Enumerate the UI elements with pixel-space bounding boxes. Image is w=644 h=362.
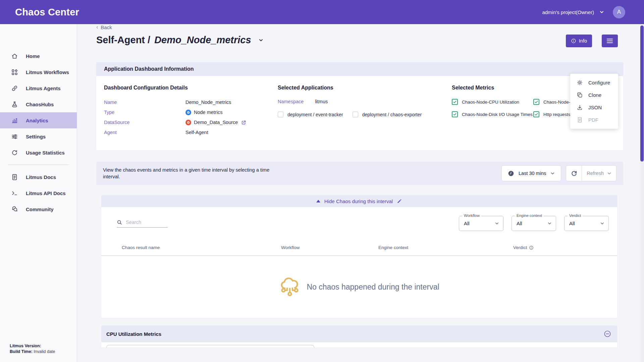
sidebar-item-litmus-api-docs[interactable]: Litmus API Docs <box>0 185 77 201</box>
file-icon <box>577 117 583 123</box>
empty-state: No chaos happened during the interval <box>101 256 617 318</box>
config-row-name: Name Demo_Node_metrics <box>104 99 278 106</box>
refresh-button[interactable] <box>566 166 582 181</box>
sidebar-item-settings[interactable]: Settings <box>0 128 77 144</box>
column-engine-context: Engine context <box>378 245 513 250</box>
dashboard-info-body: Dashboard Configuration Details Name Dem… <box>96 76 623 150</box>
hide-chaos-toggle[interactable]: Hide Chaos during this interval <box>101 195 617 207</box>
refresh-label: Refresh <box>587 171 604 176</box>
project-label: admin's project(Owner) <box>542 9 594 15</box>
metric-checkbox-cpu-utilization[interactable]: Chaos-Node-CPU Utilization <box>452 99 533 105</box>
menu-item-label: JSON <box>588 105 602 110</box>
time-interval-bar: View the chaos events and metrics in a g… <box>96 162 623 185</box>
avatar[interactable]: A <box>613 6 625 18</box>
collapse-minus-icon[interactable] <box>604 330 611 338</box>
checkbox-label: Chaos-Node-Disk I/O Usage Times <box>462 112 533 117</box>
sidebar-item-label: Litmus Workflows <box>26 69 69 75</box>
version-label: Litmus Version: <box>10 344 41 348</box>
document-icon <box>11 174 18 181</box>
sidebar-item-usage-statistics[interactable]: Usage Statistics <box>0 144 77 161</box>
sidebar-item-label: Analytics <box>26 118 48 123</box>
cpu-metrics-header: CPU Utilization Metrics <box>101 325 617 342</box>
dashboard-info-header: Application Dashboard Information <box>96 62 623 76</box>
sidebar-item-community[interactable]: Community <box>0 201 77 217</box>
build-label: Build Time: <box>10 349 33 354</box>
title-dropdown-chevron-icon[interactable] <box>258 37 264 43</box>
sidebar-item-chaoshubs[interactable]: ChaosHubs <box>0 96 77 112</box>
sidebar: Home Litmus Workflows Litmus Agents Chao… <box>0 24 77 362</box>
sidebar-item-label: Community <box>26 206 54 212</box>
select-value: All <box>464 221 470 226</box>
menu-item-pdf[interactable]: PDF <box>570 114 618 126</box>
workflow-filter-select[interactable]: Workflow All <box>459 216 503 231</box>
dashboard-info-panel: Application Dashboard Information Dashbo… <box>96 62 623 150</box>
verdict-filter-select[interactable]: Verdict All <box>564 216 609 231</box>
sidebar-item-litmus-agents[interactable]: Litmus Agents <box>0 80 77 96</box>
interval-controls: Last 30 mins Refresh <box>501 165 616 181</box>
sidebar-item-litmus-workflows[interactable]: Litmus Workflows <box>0 64 77 80</box>
config-row-datasource: DataSource Demo_Data_Source <box>104 119 278 126</box>
edit-pencil-icon[interactable] <box>397 198 402 204</box>
search-input[interactable] <box>126 220 165 225</box>
chevron-down-icon <box>600 221 604 226</box>
checkbox-checked-icon <box>452 99 458 105</box>
info-icon <box>571 38 576 44</box>
column-verdict-label: Verdict <box>513 245 527 250</box>
refresh-group: Refresh <box>566 165 616 181</box>
info-button[interactable]: Info <box>566 35 592 47</box>
app-checkbox-event-tracker[interactable]: deployment / event-tracker <box>278 112 343 117</box>
time-range-select[interactable]: Last 30 mins <box>501 165 561 181</box>
metric-checkbox-disk-io-times[interactable]: Chaos-Node-Disk I/O Usage Times <box>452 111 533 117</box>
info-circle-icon[interactable] <box>529 245 534 250</box>
empty-message: No chaos happened during the interval <box>307 283 439 292</box>
download-icon <box>577 104 583 111</box>
select-label: Workflow <box>462 214 481 218</box>
triangle-up-icon <box>316 200 320 202</box>
flask-icon <box>11 101 18 108</box>
cpu-metrics-title: CPU Utilization Metrics <box>106 331 161 337</box>
config-label: Name <box>104 100 185 105</box>
sidebar-item-home[interactable]: Home <box>0 48 77 64</box>
config-value: Self-Agent <box>185 130 208 135</box>
namespace-label: Namespace <box>278 99 304 104</box>
config-row-type: Type Node metrics <box>104 109 278 116</box>
refresh-icon <box>571 170 578 177</box>
selected-applications: Selected Applications Namespace litmus d… <box>278 85 452 139</box>
hide-chaos-label: Hide Chaos during this interval <box>324 198 393 204</box>
app-checkbox-chaos-exporter[interactable]: deployment / chaos-exporter <box>353 112 422 117</box>
select-value: All <box>569 221 575 226</box>
select-label: Verdict <box>568 214 583 218</box>
configuration-details-title: Dashboard Configuration Details <box>104 85 278 91</box>
back-button[interactable]: ‹ Back <box>96 24 112 30</box>
sidebar-item-litmus-docs[interactable]: Litmus Docs <box>0 169 77 185</box>
configuration-details: Dashboard Configuration Details Name Dem… <box>104 85 278 139</box>
table-header-row: Chaos result name Workflow Engine contex… <box>101 236 617 255</box>
page-title: Self-Agent / Demo_Node_metrics <box>96 35 264 46</box>
app-header: Chaos Center admin's project(Owner) A <box>0 0 644 24</box>
menu-item-json[interactable]: JSON <box>570 101 618 114</box>
prometheus-icon <box>185 120 191 125</box>
sidebar-item-label: ChaosHubs <box>26 102 54 107</box>
page-scrollbar[interactable] <box>640 24 644 362</box>
sidebar-item-label: Home <box>26 53 40 59</box>
dashboard-name: Demo_Node_metrics <box>154 35 251 46</box>
cloud-network-icon <box>279 276 301 298</box>
build-value: Invalid date <box>34 349 55 354</box>
checkbox-checked-icon <box>533 99 539 105</box>
dashboard-actions-menu: Configure Clone JSON PDF <box>570 74 618 129</box>
scrollbar-thumb[interactable] <box>640 25 644 162</box>
refresh-rate-select[interactable]: Refresh <box>582 171 616 176</box>
menu-item-clone[interactable]: Clone <box>570 89 618 101</box>
engine-context-filter-select[interactable]: Engine context All <box>512 216 556 231</box>
dashboard-menu-button[interactable] <box>602 35 618 47</box>
config-label: DataSource <box>104 120 185 125</box>
selected-applications-title: Selected Applications <box>278 85 452 91</box>
sidebar-item-analytics[interactable]: Analytics <box>0 112 77 128</box>
config-label: Agent <box>104 130 185 135</box>
external-link-icon[interactable] <box>241 120 246 125</box>
hamburger-icon <box>606 38 613 44</box>
project-switcher[interactable]: admin's project(Owner) <box>542 9 604 15</box>
interval-description: View the chaos events and metrics in a g… <box>103 167 284 180</box>
menu-item-configure[interactable]: Configure <box>570 76 618 89</box>
app-title: Chaos Center <box>15 7 79 18</box>
